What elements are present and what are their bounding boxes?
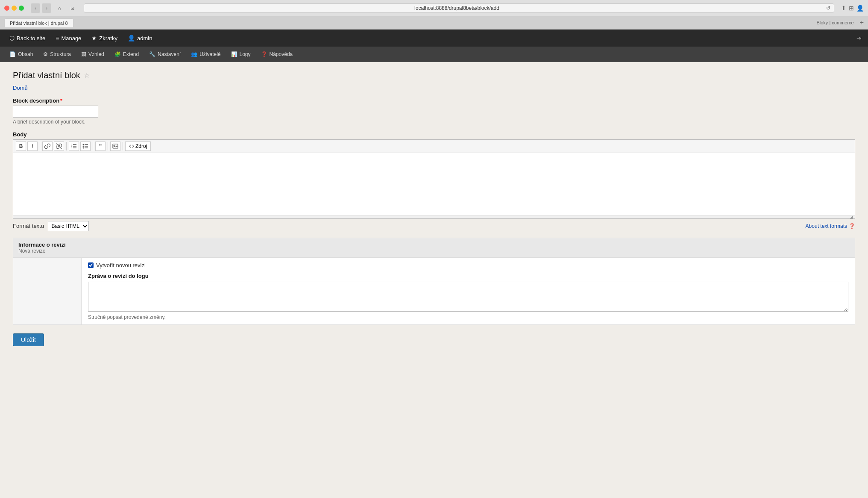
page-wrapper: Přidat vlastní blok ☆ Domů Block descrip… — [0, 62, 868, 498]
source-button-label: Zdroj — [135, 143, 147, 149]
revision-left-panel — [13, 258, 82, 324]
revision-right-panel: Vytvořit novou revizi Zpráva o revizi do… — [82, 258, 855, 324]
svg-point-10 — [83, 146, 84, 147]
editor-image-button[interactable] — [110, 141, 120, 151]
obsah-icon: 📄 — [9, 51, 16, 57]
back-button[interactable]: ‹ — [31, 3, 40, 13]
revision-log-textarea[interactable] — [88, 282, 848, 312]
toolbar-shortcuts[interactable]: ★ Zkratky — [86, 32, 123, 44]
required-indicator: * — [60, 97, 62, 104]
editor-italic-button[interactable]: I — [27, 141, 38, 151]
toolbar-admin-user[interactable]: 👤 admin — [123, 32, 157, 44]
admin-user-label: admin — [137, 35, 152, 41]
editor-bold-button[interactable]: B — [16, 141, 26, 151]
editor-blockquote-button[interactable]: " — [95, 141, 106, 151]
traffic-lights — [4, 6, 24, 11]
reload-icon[interactable]: ↺ — [826, 5, 830, 11]
revision-subtitle: Nová revize — [18, 248, 850, 254]
sidebar-item-nastaveni[interactable]: 🔧 Nastavení — [144, 49, 186, 59]
uzivatele-icon: 👥 — [191, 51, 197, 57]
traffic-light-red[interactable] — [4, 6, 9, 11]
url-bar[interactable]: localhost:8888/drupal8beta/block/add ↺ — [84, 3, 834, 13]
new-tab-icon[interactable]: ⊞ — [849, 5, 854, 12]
revision-body: Vytvořit novou revizi Zpráva o revizi do… — [13, 258, 855, 324]
extend-icon: 🧩 — [114, 51, 121, 57]
revision-log-hint: Stručně popsat provedené změny. — [88, 314, 848, 320]
sidebar-item-uzivatele[interactable]: 👥 Uživatelé — [186, 49, 226, 59]
toolbar-manage[interactable]: ≡ Manage — [50, 32, 86, 44]
create-revision-checkbox[interactable] — [88, 262, 94, 268]
editor-unordered-list-button[interactable] — [80, 141, 91, 151]
svg-point-9 — [83, 144, 84, 145]
browser-chrome: ‹ › ⌂ ⊡ localhost:8888/drupal8beta/block… — [0, 0, 868, 29]
editor-link-button[interactable] — [42, 141, 53, 151]
create-revision-row: Vytvořit novou revizi — [88, 262, 848, 268]
toolbar-separator-2 — [66, 142, 67, 150]
page-title: Přidat vlastní blok — [13, 71, 80, 80]
browser-tab-active[interactable]: Přidat vlastní blok | drupal 8 — [4, 18, 73, 27]
nastaveni-icon: 🔧 — [149, 51, 155, 57]
vzhled-label: Vzhled — [88, 51, 104, 57]
format-label: Formát textu — [13, 223, 44, 229]
forward-button[interactable]: › — [42, 3, 51, 13]
toolbar-right: ⇥ — [854, 32, 864, 44]
toolbar-separator-4 — [108, 142, 108, 150]
breadcrumb-home-link[interactable]: Domů — [13, 85, 28, 91]
sidebar-item-obsah[interactable]: 📄 Obsah — [4, 49, 38, 59]
create-revision-label: Vytvořit novou revizi — [96, 262, 146, 268]
editor-content-area[interactable] — [13, 153, 855, 215]
revision-section: Informace o revizi Nová revize Vytvořit … — [13, 238, 855, 325]
manage-label: Manage — [61, 35, 81, 41]
back-to-site-icon: ⬡ — [9, 35, 15, 41]
body-section: Body B I 123 — [13, 131, 855, 231]
tab-title: Přidat vlastní blok | drupal 8 — [10, 21, 68, 26]
svg-point-13 — [114, 145, 115, 146]
format-select[interactable]: Basic HTML Full HTML Plain text — [48, 221, 89, 231]
editor-source-button[interactable]: Zdroj — [125, 141, 151, 151]
admin-toolbar: ⬡ Back to site ≡ Manage ★ Zkratky 👤 admi… — [0, 29, 868, 47]
svg-text:3: 3 — [71, 147, 73, 149]
manage-icon: ≡ — [56, 35, 59, 41]
uzivatele-label: Uživatelé — [199, 51, 220, 57]
traffic-light-yellow[interactable] — [12, 6, 17, 11]
help-icon: ❓ — [849, 223, 855, 229]
sidebar-item-vzhled[interactable]: 🖼 Vzhled — [76, 49, 109, 59]
revision-header: Informace o revizi Nová revize — [13, 238, 855, 258]
svg-point-11 — [83, 147, 84, 149]
about-formats-group: About text formats ❓ — [806, 223, 855, 229]
sidebar-item-struktura[interactable]: ⚙ Struktura — [38, 49, 76, 59]
logy-label: Logy — [240, 51, 251, 57]
block-description-section: Block description* A brief description o… — [13, 97, 855, 125]
vzhled-icon: 🖼 — [81, 51, 86, 57]
browser-titlebar: ‹ › ⌂ ⊡ localhost:8888/drupal8beta/block… — [0, 0, 868, 16]
collapse-button[interactable]: ⇥ — [854, 32, 864, 44]
user-icon[interactable]: 👤 — [856, 5, 864, 12]
nastaveni-label: Nastavení — [158, 51, 181, 57]
new-tab-plus[interactable]: + — [860, 19, 864, 27]
split-view-button[interactable]: ⊡ — [67, 3, 77, 13]
home-button[interactable]: ⌂ — [55, 3, 64, 13]
favorite-star-icon[interactable]: ☆ — [84, 71, 90, 80]
revision-title: Informace o revizi — [18, 242, 850, 248]
traffic-light-green[interactable] — [19, 6, 24, 11]
sidebar-item-logy[interactable]: 📊 Logy — [226, 49, 256, 59]
block-description-input[interactable] — [13, 106, 98, 118]
editor-ordered-list-button[interactable]: 123 — [69, 141, 79, 151]
editor-unlink-button[interactable] — [54, 141, 64, 151]
toolbar-back-to-site[interactable]: ⬡ Back to site — [4, 32, 50, 44]
share-icon[interactable]: ⬆ — [841, 5, 846, 12]
extend-label: Extend — [123, 51, 139, 57]
save-button[interactable]: Uložit — [13, 333, 44, 346]
sidebar-item-napoveda[interactable]: ❓ Nápověda — [256, 49, 298, 59]
wysiwyg-editor: B I 123 — [13, 139, 855, 219]
sidebar-item-extend[interactable]: 🧩 Extend — [109, 49, 144, 59]
shortcuts-label: Zkratky — [99, 35, 117, 41]
browser-tab-bar: Přidat vlastní blok | drupal 8 Bloky | c… — [0, 16, 868, 29]
admin-user-icon: 👤 — [128, 35, 135, 41]
napoveda-icon: ❓ — [261, 51, 267, 57]
editor-resize-bar[interactable]: ◢ — [13, 215, 855, 218]
about-text-formats-link[interactable]: About text formats — [806, 223, 847, 229]
bookmarks-label: Bloky | commerce — [816, 20, 853, 25]
block-description-label: Block description* — [13, 97, 855, 104]
browser-actions: ⬆ ⊞ 👤 — [841, 5, 864, 12]
